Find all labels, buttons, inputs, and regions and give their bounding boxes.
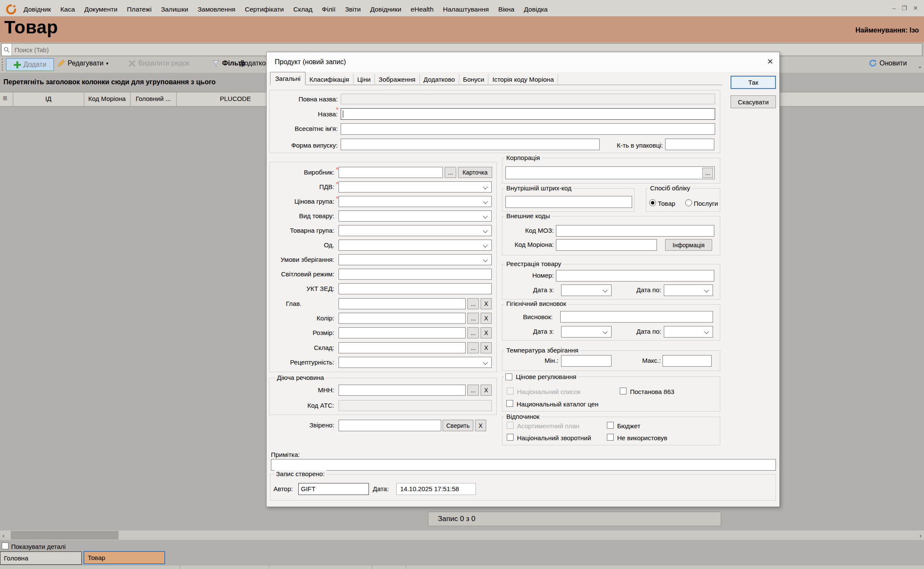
temp-min-field[interactable] <box>561 355 612 367</box>
product-kind-select[interactable] <box>339 210 492 222</box>
reg-number-field[interactable] <box>556 270 714 282</box>
refresh-button[interactable]: Оновити <box>869 59 907 67</box>
dialog-titlebar[interactable]: Продукт (новий запис) ✕ <box>267 53 779 72</box>
show-details-checkbox[interactable] <box>2 542 9 549</box>
release-form-field[interactable] <box>341 139 600 150</box>
size-field[interactable] <box>339 327 466 338</box>
world-name-field[interactable] <box>341 123 715 135</box>
menu-sklad[interactable]: Склад <box>288 6 317 13</box>
product-group-select[interactable] <box>339 225 492 236</box>
pack-qty-field[interactable] <box>665 139 714 150</box>
column-header-golovnyi[interactable]: Головний ... <box>130 95 176 102</box>
scroll-left-arrow[interactable]: ‹ <box>0 530 7 540</box>
menu-kasa[interactable]: Каса <box>56 6 80 13</box>
delete-row-button[interactable]: Видалити рядок <box>128 59 189 67</box>
manufacturer-picker-button[interactable]: ... <box>445 167 456 178</box>
tab-bonusy[interactable]: Бонуси <box>459 74 489 85</box>
manufacturer-field[interactable] <box>339 167 443 178</box>
menu-zamovlennya[interactable]: Замовлення <box>193 6 240 13</box>
horizontal-scrollbar[interactable]: ‹ › <box>0 530 924 540</box>
sklad-clear-button[interactable]: X <box>481 342 492 353</box>
radio-poslugy[interactable] <box>685 199 692 206</box>
tab-zobrazhennya[interactable]: Зображення <box>375 74 420 85</box>
reg-date-to-select[interactable] <box>664 284 713 296</box>
name-field[interactable] <box>341 108 715 120</box>
note-field[interactable] <box>271 459 776 471</box>
bottom-tab-tovar[interactable]: Товар <box>83 551 165 564</box>
budget-checkbox[interactable] <box>607 422 614 429</box>
receipt-select[interactable] <box>339 357 492 368</box>
menu-dovidnyky[interactable]: Довідники <box>365 6 406 13</box>
reg-date-from-select[interactable] <box>561 284 612 296</box>
sklad-field[interactable] <box>339 342 466 353</box>
size-picker-button[interactable]: ... <box>467 327 479 338</box>
mnn-field[interactable] <box>339 385 466 396</box>
dialog-close-icon[interactable]: ✕ <box>767 57 773 66</box>
vat-select[interactable] <box>339 181 492 193</box>
color-clear-button[interactable]: X <box>481 313 492 324</box>
menu-zvity[interactable]: Звіти <box>340 6 365 13</box>
close-button[interactable]: ✕ <box>913 5 918 12</box>
size-clear-button[interactable]: X <box>481 327 492 338</box>
temp-max-field[interactable] <box>663 355 712 367</box>
radio-tovar[interactable] <box>649 199 656 206</box>
ok-button[interactable]: Так <box>731 76 776 89</box>
column-header-morion[interactable]: Код Моріона <box>84 95 130 102</box>
storage-conditions-select[interactable] <box>339 254 492 265</box>
corporation-picker-button[interactable]: ... <box>702 168 713 178</box>
unit-select[interactable] <box>339 240 492 251</box>
not-used-checkbox[interactable] <box>607 434 614 441</box>
sklad-picker-button[interactable]: ... <box>467 342 479 353</box>
add-button[interactable]: Додати <box>6 58 54 71</box>
toolbar-overflow-chevron[interactable]: ⌄ <box>918 63 922 69</box>
tab-tsiny[interactable]: Ціни <box>354 74 375 85</box>
author-field[interactable]: GIFT <box>298 483 369 495</box>
color-field[interactable] <box>339 313 466 324</box>
restore-button[interactable]: ❐ <box>902 5 907 12</box>
verified-field[interactable] <box>339 420 441 431</box>
cancel-button[interactable]: Скасувати <box>731 95 776 108</box>
column-header-id[interactable]: ІД <box>13 95 84 102</box>
mnn-clear-button[interactable]: X <box>481 385 492 396</box>
corporation-field[interactable] <box>505 166 715 179</box>
hyg-date-from-select[interactable] <box>561 326 612 338</box>
menu-dovidka[interactable]: Довідка <box>519 6 553 13</box>
card-button[interactable]: Карточка <box>458 167 492 178</box>
glav-field[interactable] <box>339 298 466 309</box>
bottom-tab-home[interactable]: Головна <box>0 551 82 565</box>
menu-nalashtuvannya[interactable]: Налаштування <box>438 6 493 13</box>
mnn-picker-button[interactable]: ... <box>467 385 479 396</box>
glav-picker-button[interactable]: ... <box>467 298 479 309</box>
price-group-select[interactable] <box>339 196 492 207</box>
national-return-checkbox[interactable] <box>507 434 514 441</box>
menu-dovidnyk[interactable]: Довідник <box>19 6 56 13</box>
color-picker-button[interactable]: ... <box>467 313 479 324</box>
ukt-zed-field[interactable] <box>339 283 492 294</box>
price-regulation-checkbox[interactable] <box>505 373 512 380</box>
tab-klasyfikatsiya[interactable]: Класифікація <box>306 74 354 85</box>
hyg-date-to-select[interactable] <box>664 326 713 338</box>
moz-code-field[interactable] <box>556 225 714 237</box>
menu-platezhi[interactable]: Платежі <box>122 6 156 13</box>
edit-button[interactable]: Редагувати ▾ <box>57 59 108 67</box>
scrollbar-thumb[interactable] <box>11 531 119 539</box>
verify-button[interactable]: Сверить <box>443 420 473 431</box>
tab-istoriya[interactable]: Історія коду Моріона <box>488 74 558 85</box>
scroll-right-arrow[interactable]: › <box>917 530 924 540</box>
menu-dokumenty[interactable]: Документи <box>80 6 122 13</box>
toolbar-grip[interactable] <box>2 59 3 71</box>
menu-zalyshky[interactable]: Залишки <box>156 6 193 13</box>
glav-clear-button[interactable]: X <box>481 298 492 309</box>
light-mode-field[interactable] <box>339 269 492 280</box>
menu-sertyfikaty[interactable]: Сертифікати <box>240 6 288 13</box>
tab-dodatkovo[interactable]: Додатково <box>420 74 459 85</box>
barcode-field[interactable] <box>505 196 632 208</box>
info-button[interactable]: Інформація <box>665 239 712 251</box>
tab-zagalni[interactable]: Загальні <box>270 72 306 85</box>
conclusion-field[interactable] <box>560 311 713 323</box>
menu-vikna[interactable]: Вікна <box>493 6 519 13</box>
verified-clear-button[interactable]: X <box>475 420 486 431</box>
national-catalog-checkbox[interactable] <box>506 400 513 407</box>
menu-filii[interactable]: Філії <box>317 6 340 13</box>
menu-ehealth[interactable]: eHealth <box>406 6 438 13</box>
